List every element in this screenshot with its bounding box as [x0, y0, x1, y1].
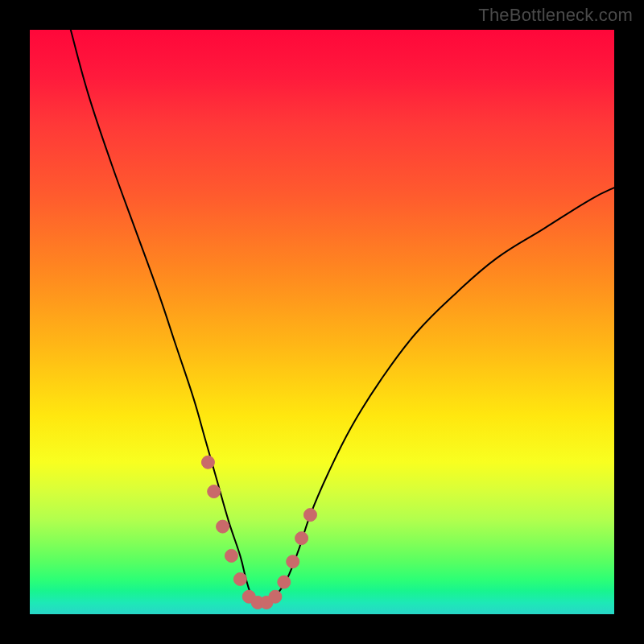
plot-area	[30, 30, 614, 614]
curve-marker	[295, 532, 308, 545]
curve-marker	[225, 549, 237, 562]
curve-marker	[278, 576, 291, 588]
bottleneck-curve	[71, 30, 614, 603]
curve-marker	[303, 509, 316, 522]
curve-marker	[287, 555, 299, 568]
chart-frame: TheBottleneck.com	[0, 0, 644, 644]
curve-marker	[208, 485, 221, 498]
curve-marker	[217, 520, 229, 533]
watermark-text: TheBottleneck.com	[478, 5, 633, 26]
curve-marker	[269, 590, 282, 603]
curve-marker	[233, 572, 246, 585]
curve-marker	[201, 456, 214, 469]
marker-group	[201, 456, 316, 609]
curve-svg	[30, 30, 614, 614]
